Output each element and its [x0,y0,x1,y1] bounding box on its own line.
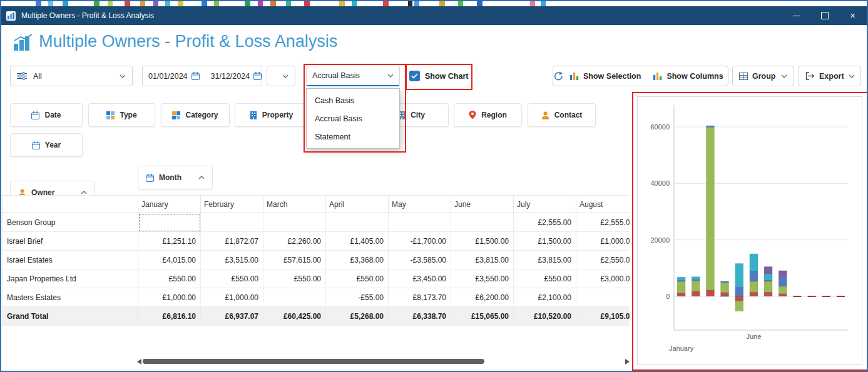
cell[interactable] [326,213,389,232]
row-header[interactable]: Israel Brief [3,232,138,251]
cell[interactable]: £3,550.00 [451,269,514,288]
cell[interactable]: -£55.00 [326,288,389,307]
group-button[interactable]: Group [732,66,794,86]
close-button[interactable]: × [839,6,867,25]
export-button[interactable]: Export [799,66,861,86]
cell[interactable]: £2,555.00 [514,213,576,232]
dropdown-item-accrual-basis[interactable]: Accrual Basis [307,109,399,128]
grand-total-cell: £15,065.00 [451,307,514,326]
cell[interactable]: £1,500.00 [451,232,514,251]
date-from-input[interactable]: 01/01/2024 [143,72,205,81]
field-label: Contact [554,111,583,119]
row-header[interactable]: Israel Estates [3,251,138,269]
desktop-icon-fragment [530,1,535,6]
field-button-date[interactable]: Date [10,103,83,127]
cell[interactable]: £550.00 [201,269,263,288]
refresh-button[interactable] [553,66,564,86]
cell[interactable]: £1,251.10 [138,232,201,251]
field-button-contact[interactable]: Contact [528,103,596,127]
scroll-left-arrow[interactable] [135,358,143,365]
date-to-input[interactable]: 31/12/2024 [205,72,268,81]
field-button-type[interactable]: Type [88,103,155,127]
column-header[interactable]: April [326,196,389,213]
column-header[interactable]: May [389,196,451,213]
scrollbar-thumb[interactable] [143,359,484,364]
cell[interactable]: £1,000.00 [138,288,201,307]
cell[interactable]: £1,000.00 [576,232,630,251]
cell[interactable]: £550.00 [514,269,576,288]
cell[interactable]: £8,173.70 [389,288,451,307]
cell[interactable]: £3,515.00 [201,251,263,269]
desktop-icon-fragment [541,1,546,6]
cell[interactable]: £3,815.00 [451,251,514,269]
cell[interactable]: £6,200.00 [451,288,514,307]
export-icon [805,72,815,80]
chart-panel: 0200004000060000JanuaryJune [637,96,862,365]
cell[interactable]: £4,015.00 [138,251,201,269]
field-button-category[interactable]: Category [161,103,230,127]
column-header[interactable]: February [201,196,263,213]
cell[interactable] [451,213,514,232]
close-icon: × [850,11,855,20]
field-button-year[interactable]: Year [10,133,83,157]
cell[interactable]: £3,000.00 [576,269,630,288]
row-header[interactable]: Benson Group [3,213,138,232]
row-header[interactable]: Masters Estates [3,288,138,307]
cell[interactable]: £1,000.00 [201,288,263,307]
cell[interactable] [201,213,263,232]
cell[interactable] [138,213,201,232]
field-label: Month [159,173,181,182]
show-chart-checkbox[interactable]: Show Chart [409,66,468,86]
basis-combo[interactable]: Accrual Basis [306,66,400,86]
column-header[interactable]: January [138,196,201,213]
cell[interactable] [389,213,451,232]
svg-text:60000: 60000 [650,123,670,131]
show-columns-button[interactable]: Show Columns [647,72,729,81]
grid-table-icon [739,73,748,80]
cell[interactable]: -£3,585.00 [389,251,451,269]
cell[interactable]: £2,550.00 [576,251,630,269]
date-preset-combo[interactable] [267,66,295,86]
cell[interactable]: £550.00 [138,269,201,288]
row-header[interactable]: Japan Properties Ltd [3,269,138,288]
calendar-icon [31,111,39,119]
cell[interactable]: £57,615.00 [263,251,326,269]
cell[interactable]: £3,368.00 [326,251,389,269]
horizontal-scrollbar[interactable] [135,358,631,365]
cell[interactable]: £550.00 [263,269,326,288]
cell[interactable]: £2,260.00 [263,232,326,251]
table-row: Japan Properties Ltd£550.00£550.00£550.0… [3,269,630,288]
column-header[interactable]: June [451,196,514,213]
column-header[interactable]: July [514,196,576,213]
dropdown-item-cash-basis[interactable]: Cash Basis [307,91,399,109]
maximize-icon [821,12,829,19]
cell[interactable]: £1,872.07 [201,232,263,251]
filter-combo[interactable]: All [10,66,133,86]
minimize-button[interactable] [782,6,810,25]
column-field-month[interactable]: Month [138,166,213,189]
show-columns-label: Show Columns [666,72,723,81]
cell[interactable]: £1,500.00 [514,232,576,251]
grand-total-label: Grand Total [3,307,138,326]
cell[interactable] [576,288,630,307]
maximize-button[interactable] [810,6,839,25]
cell[interactable]: £2,100.00 [514,288,576,307]
cell[interactable]: £550.00 [326,269,389,288]
column-header[interactable]: March [263,196,326,213]
cell[interactable]: £3,450.00 [389,269,451,288]
cell[interactable] [263,288,326,307]
dropdown-item-statement[interactable]: Statement [307,128,399,146]
cell[interactable]: -£1,700.00 [389,232,451,251]
show-selection-button[interactable]: Show Selection [564,72,647,81]
column-header[interactable]: August [576,196,630,213]
field-button-property[interactable]: Property [235,103,308,127]
cell[interactable]: £2,555.00 [576,213,630,232]
cell[interactable]: £1,405.00 [326,232,389,251]
scroll-right-arrow[interactable] [623,358,631,365]
pivot-table: JanuaryFebruaryMarchAprilMayJuneJulyAugu… [2,195,630,326]
chevron-down-icon [387,74,394,78]
cell[interactable] [263,213,326,232]
cell[interactable]: £3,815.00 [514,251,576,269]
field-button-region[interactable]: Region [454,103,522,127]
desktop-icon-fragment [94,1,100,6]
